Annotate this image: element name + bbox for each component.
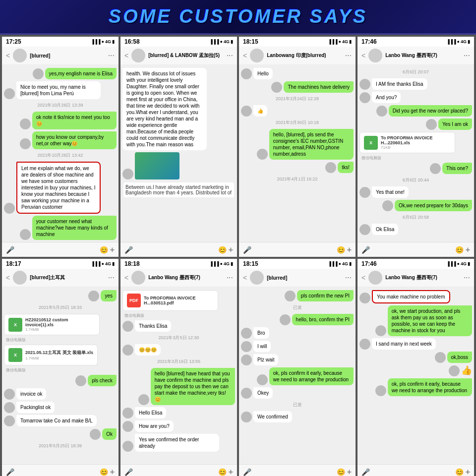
back-arrow[interactable]: <	[124, 274, 128, 282]
timestamp: 6月6日 20:58	[359, 214, 472, 221]
more-dots[interactable]: ···	[464, 273, 470, 282]
input-bar[interactable]: 🎤 😊 +	[357, 242, 474, 257]
message-bubble: Yes we confirmed the order already	[135, 434, 219, 452]
input-bar[interactable]: 🎤 😊 +	[239, 464, 356, 476]
more-dots[interactable]: ···	[108, 51, 115, 60]
message-row: invoice ok	[4, 388, 117, 400]
more-dots[interactable]: ···	[227, 273, 233, 282]
emoji-icon[interactable]: 😊	[455, 246, 464, 254]
message-row: Ok,we need prepare for 30days	[359, 200, 472, 211]
emoji-icon[interactable]: 😊	[337, 468, 345, 476]
message-bubble: This one?	[442, 163, 472, 174]
avatar	[241, 355, 252, 365]
status-icons: ▐▐▐ ● 4G ▮	[209, 39, 233, 44]
voice-icon[interactable]: 🎤	[243, 246, 251, 254]
message-row: Packinglist ok	[4, 402, 117, 413]
messages-area: PDF To PROFORMA INVOICE H...030513.pdf 微…	[120, 287, 237, 464]
page-title: SOME CUSTOMER SAYS	[10, 6, 466, 27]
back-arrow[interactable]: <	[6, 52, 10, 60]
message-row: Yes that one!	[359, 186, 472, 198]
emoji-icon[interactable]: 😊	[100, 468, 108, 476]
add-icon[interactable]: +	[347, 245, 352, 254]
emoji-icon[interactable]: 😊	[218, 246, 227, 254]
voice-icon[interactable]: 🎤	[361, 246, 370, 254]
input-bar[interactable]: 🎤 😊 +	[120, 242, 237, 257]
message-bubble: ok, we start production, and pls ask the…	[388, 305, 472, 336]
voice-icon[interactable]: 🎤	[243, 468, 251, 476]
voice-icon[interactable]: 🎤	[124, 246, 133, 254]
file-attachment[interactable]: X To PROFORMA INVOICE H...220601.xls 71K…	[359, 132, 455, 153]
status-bar: 18:18 ▐▐▐ ● 4G ▮	[120, 259, 237, 269]
message-bubble: Hello	[253, 68, 273, 79]
back-arrow[interactable]: <	[361, 52, 365, 60]
file-attachment[interactable]: X HZ20210512 custom invoice(1).xls 1.74M…	[4, 314, 100, 335]
more-dots[interactable]: ···	[345, 273, 352, 282]
status-icons: ▐▐▐ ● 4G ▮	[446, 261, 470, 266]
emoji-icon[interactable]: 😊	[455, 468, 464, 476]
more-dots[interactable]: ···	[345, 51, 352, 60]
voice-icon[interactable]: 🎤	[6, 468, 14, 476]
message-row: hello, bro, confirm the PI	[241, 314, 354, 325]
emoji-icon[interactable]: 😊	[337, 246, 345, 254]
add-icon[interactable]: +	[466, 245, 470, 254]
more-dots[interactable]: ···	[108, 273, 115, 282]
messages-area: 6月6日 20:07I AM fine thanks ElisaAnd you?…	[357, 65, 474, 242]
add-icon[interactable]: +	[229, 468, 233, 476]
voice-icon[interactable]: 🎤	[361, 468, 370, 476]
phone-screen-7: 18:15 ▐▐▐ ● 4G ▮ < [blurred] ··· pls con…	[239, 259, 356, 476]
avatar	[122, 408, 133, 418]
file-size: 71KB	[381, 145, 451, 150]
back-arrow[interactable]: <	[243, 52, 247, 60]
more-dots[interactable]: ···	[227, 51, 233, 60]
add-icon[interactable]: +	[347, 468, 352, 476]
input-bar[interactable]: 🎤 😊 +	[239, 242, 356, 257]
file-attachment[interactable]: X 2021.05.12土耳其 英文 装箱单.xls 1.74MB	[4, 345, 98, 365]
image-message-row	[122, 152, 235, 179]
add-icon[interactable]: +	[466, 468, 470, 476]
file-name: HZ20210512 custom invoice(1).xls	[25, 317, 95, 327]
emoji-icon[interactable]: 😊	[100, 246, 108, 254]
timestamp: 2021年3月24日 12:28	[241, 96, 354, 102]
add-icon[interactable]: +	[110, 245, 115, 254]
message-row: pls check	[4, 375, 117, 386]
back-arrow[interactable]: <	[124, 52, 128, 60]
status-icons: ▐▐▐ ● 4G ▮	[91, 39, 115, 44]
back-arrow[interactable]: <	[243, 274, 247, 282]
avatar	[4, 416, 15, 426]
emoji-icon[interactable]: 😊	[218, 468, 227, 476]
back-arrow[interactable]: <	[361, 274, 365, 282]
phone-screen-5: 18:17 ▐▐▐ ● 4G ▮ < [blurred]土耳其 ··· yes2…	[2, 259, 119, 476]
input-bar[interactable]: 🎤 😊 +	[357, 464, 474, 476]
more-dots[interactable]: ···	[464, 51, 470, 60]
message-bubble: Thanks Elisa	[135, 320, 171, 332]
message-bubble: Nice to meet you, my name is [blurred] f…	[16, 81, 101, 99]
voice-icon[interactable]: 🎤	[6, 246, 14, 254]
message-row: I will	[241, 341, 354, 352]
message-row: Tomarrow take Co and make B/L	[4, 415, 117, 426]
status-time: 16:58	[124, 38, 140, 45]
messages-area: HelloThe machines have delivery2021年3月24…	[239, 65, 356, 242]
timestamp: 2021年3月16日 13:55	[122, 358, 235, 365]
file-attachment[interactable]: PDF To PROFORMA INVOICE H...030513.pdf	[122, 290, 218, 311]
input-bar[interactable]: 🎤 😊 +	[120, 464, 237, 476]
chat-name: Lanbo Wang 墨西哥(7)	[148, 274, 223, 281]
avatar	[241, 106, 252, 117]
avatar	[359, 339, 370, 350]
wechat-label: 微信电脑版	[361, 155, 472, 161]
chat-header: < [blurred] & LANBOW 孟加拉(5) ···	[120, 47, 237, 65]
voice-icon[interactable]: 🎤	[124, 468, 133, 476]
avatar	[449, 365, 460, 376]
status-time: 18:15	[243, 38, 258, 45]
chat-avatar	[13, 271, 27, 285]
chat-image	[135, 152, 179, 179]
add-icon[interactable]: +	[229, 245, 233, 254]
avatar	[241, 328, 252, 339]
add-icon[interactable]: +	[110, 468, 115, 476]
input-bar[interactable]: 🎤 😊 +	[2, 464, 119, 476]
input-bar[interactable]: 🎤 😊 +	[2, 242, 119, 257]
message-row: yes	[4, 290, 117, 301]
message-row: I sand many in next week	[359, 338, 472, 350]
timestamp: 2021年5月25日 18:33	[4, 304, 117, 311]
header: SOME CUSTOMER SAYS	[0, 0, 476, 35]
back-arrow[interactable]: <	[6, 274, 10, 282]
